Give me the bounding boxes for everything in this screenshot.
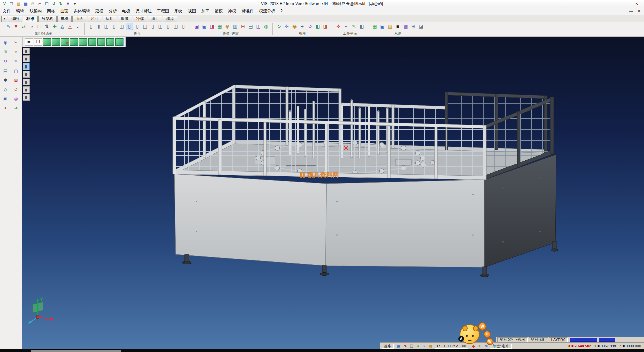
- left-tool-icon[interactable]: ⊞: [1, 48, 9, 56]
- view-cube-icon[interactable]: [115, 38, 123, 46]
- toolbar-icon[interactable]: ◒: [74, 23, 81, 30]
- toolbar-icon[interactable]: ▤: [247, 23, 254, 30]
- toolbar-icon[interactable]: ⇄: [20, 23, 27, 30]
- toolbar-icon[interactable]: ◑: [28, 23, 35, 30]
- quick-access-icon[interactable]: ↺: [51, 1, 57, 7]
- toolbar-icon[interactable]: ↺: [307, 23, 313, 30]
- menu-item[interactable]: 线架构: [27, 7, 44, 15]
- quick-access-icon[interactable]: ▾: [72, 1, 78, 7]
- left-tool-icon[interactable]: ✱: [1, 77, 9, 84]
- menu-item[interactable]: 网格: [44, 7, 58, 15]
- a-badge-button[interactable]: A: [458, 336, 464, 342]
- ribbon-tab[interactable]: 尺寸: [88, 16, 102, 22]
- display-toggle-button[interactable]: ▮: [23, 79, 30, 85]
- quick-access-icon[interactable]: ⊟: [30, 1, 36, 7]
- toolbar-icon[interactable]: ✛: [335, 23, 342, 30]
- toolbar-icon[interactable]: ◫: [118, 23, 125, 30]
- toolbar-icon[interactable]: ⊞: [239, 23, 246, 30]
- toolbar-icon[interactable]: ✎: [5, 23, 12, 30]
- menu-item[interactable]: 视图: [185, 7, 199, 15]
- ribbon-tab[interactable]: 曲面: [72, 16, 87, 22]
- view-cube-icon[interactable]: [88, 38, 96, 46]
- menu-item[interactable]: 加工: [199, 7, 212, 15]
- left-tool-icon[interactable]: ↻: [1, 58, 9, 65]
- ribbon-tab[interactable]: 线架构: [38, 16, 57, 22]
- ribbon-tab[interactable]: 建模: [57, 16, 72, 22]
- ribbon-tab[interactable]: 标准: [23, 16, 38, 22]
- menu-item[interactable]: 文件: [0, 7, 13, 15]
- toolbar-icon[interactable]: ▯: [134, 23, 141, 30]
- lock-toggle[interactable]: 拴牢: [382, 344, 394, 349]
- toolbar-icon[interactable]: ▥: [232, 23, 238, 30]
- status-icon[interactable]: ✎: [402, 343, 408, 349]
- toolbar-icon[interactable]: ◭: [59, 23, 66, 30]
- layer-indicator[interactable]: LAYER0: [549, 337, 568, 342]
- toolbar-icon[interactable]: ◫: [255, 23, 262, 30]
- toolbar-icon[interactable]: ◫: [142, 23, 148, 30]
- toolbar-icon[interactable]: ⇅: [44, 23, 50, 30]
- menu-item[interactable]: 建模: [93, 7, 106, 15]
- toolbar-icon[interactable]: ◨: [209, 23, 215, 30]
- toolbar-icon[interactable]: ◫: [157, 23, 164, 30]
- menu-item[interactable]: 电极: [119, 7, 133, 15]
- toolbar-icon[interactable]: ▼: [13, 23, 19, 30]
- left-tool-icon[interactable]: ⊠: [12, 77, 20, 84]
- display-toggle-button[interactable]: ▮: [23, 71, 30, 78]
- ribbon-tab[interactable]: 编辑: [8, 16, 22, 22]
- toolbar-icon[interactable]: ✚: [51, 23, 58, 30]
- toolbar-icon[interactable]: ▣: [193, 23, 200, 30]
- menu-item[interactable]: 工程图: [154, 7, 172, 15]
- toolbar-icon[interactable]: ▣: [201, 23, 208, 30]
- ribbon-tab[interactable]: 加工: [148, 16, 162, 22]
- viewport-3d[interactable]: Y ≣ ❐: [22, 36, 644, 349]
- toolbar-icon[interactable]: ⌖: [299, 23, 306, 30]
- quick-access-icon[interactable]: ▤: [15, 1, 22, 7]
- toolbar-icon[interactable]: △: [67, 23, 73, 30]
- view-cube-icon[interactable]: [70, 38, 78, 46]
- toolbar-icon[interactable]: ◪: [418, 23, 424, 30]
- left-tool-icon[interactable]: ✦: [1, 105, 9, 112]
- quick-access-icon[interactable]: V: [1, 1, 8, 7]
- cad-model[interactable]: Y: [22, 36, 644, 349]
- left-tool-icon[interactable]: ◎: [12, 95, 20, 103]
- view-cube-icon[interactable]: [43, 38, 51, 46]
- toolbar-icon[interactable]: ◫: [172, 23, 179, 30]
- close-button[interactable]: ✕: [629, 0, 644, 7]
- maximize-button[interactable]: □: [614, 0, 629, 7]
- left-tool-icon[interactable]: ▣: [1, 95, 9, 103]
- display-toggle-button[interactable]: ▮: [23, 48, 30, 54]
- toolbar-icon[interactable]: ▯: [88, 23, 94, 30]
- menu-item[interactable]: 系统: [172, 7, 185, 15]
- menu-item[interactable]: ?: [278, 7, 285, 15]
- toolbar-icon[interactable]: ◉: [224, 23, 231, 30]
- toolbar-icon[interactable]: ◧: [358, 23, 365, 30]
- status-icon[interactable]: 2: [421, 343, 427, 349]
- toolbar-icon[interactable]: ▯: [149, 23, 156, 30]
- toolbar-icon[interactable]: ▯: [111, 23, 117, 30]
- left-tool-icon[interactable]: ✂: [12, 39, 20, 46]
- ribbon-tab[interactable]: 模流: [163, 16, 177, 22]
- left-tool-icon[interactable]: ▢: [12, 67, 20, 75]
- view-cube-icon[interactable]: [79, 38, 87, 46]
- toolbar-icon[interactable]: ❏: [36, 23, 43, 30]
- toolbar-icon[interactable]: ◉: [291, 23, 298, 30]
- menu-item[interactable]: 分析: [106, 7, 119, 15]
- view-cube-icon[interactable]: [52, 38, 60, 46]
- menu-item[interactable]: 曲面: [58, 7, 71, 15]
- toolbar-icon[interactable]: ▯: [180, 23, 187, 30]
- menu-item[interactable]: 模流分析: [256, 7, 278, 15]
- tab-overflow-button[interactable]: ▼: [1, 16, 7, 22]
- display-toggle-button[interactable]: ▮: [23, 55, 30, 62]
- quick-access-icon[interactable]: ✂: [37, 1, 43, 7]
- toolbar-icon[interactable]: ◫: [103, 23, 110, 30]
- ribbon-tab[interactable]: 塑膜: [118, 16, 132, 22]
- toolbar-icon[interactable]: ⊞: [410, 23, 417, 30]
- quick-access-icon[interactable]: ▦: [22, 1, 29, 7]
- status-icon[interactable]: ▣: [396, 343, 402, 349]
- toolbar-icon[interactable]: ✛: [283, 23, 290, 30]
- toolbar-icon[interactable]: ▦: [371, 23, 378, 30]
- menu-item[interactable]: 实体编辑: [71, 7, 93, 15]
- quick-access-icon[interactable]: ❐: [44, 1, 50, 7]
- left-tool-icon[interactable]: ✎: [12, 58, 20, 65]
- status-icon[interactable]: ◉: [428, 343, 434, 349]
